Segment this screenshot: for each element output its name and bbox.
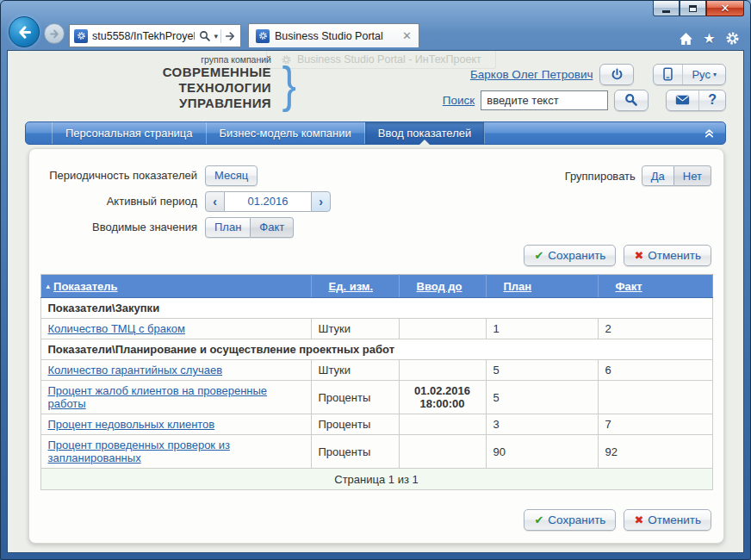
column-header-fact[interactable]: Факт — [598, 275, 712, 298]
indicator-link[interactable]: Количество ТМЦ с браком — [48, 322, 185, 335]
close-icon: ✕ — [721, 3, 730, 14]
plan-toggle-button[interactable]: План — [205, 217, 251, 238]
group-row: Показатели\Закупки — [40, 298, 712, 319]
mobile-phone-icon — [662, 67, 673, 81]
check-icon: ✔ — [534, 513, 543, 526]
plan-value[interactable]: 90 — [486, 435, 598, 469]
search-input[interactable] — [481, 90, 608, 110]
ghost-tab-label: Business Studio Portal - ИнТехПроект — [297, 53, 481, 65]
site-favicon-icon — [74, 29, 88, 43]
indicator-link[interactable]: Процент проведенных проверок из запланир… — [48, 439, 230, 464]
cancel-button-top[interactable]: ✖ Отменить — [624, 245, 711, 266]
periodicity-button[interactable]: Месяц — [205, 165, 258, 186]
periodicity-label: Периодичность показателей — [40, 169, 205, 182]
fact-value[interactable]: 6 — [598, 360, 712, 381]
table-header-row: ▴Показатель Ед. изм. Ввод до План Факт — [40, 275, 712, 298]
cross-icon: ✖ — [634, 249, 643, 262]
grouping-label: Группировать — [565, 170, 636, 183]
tab-favicon-icon — [256, 29, 270, 43]
plan-value[interactable]: 3 — [486, 414, 598, 435]
save-button-top[interactable]: ✔ Сохранить — [524, 245, 616, 266]
logo-brace: } — [282, 59, 295, 109]
table-row: Процент недовольных клиентов Проценты 3 … — [40, 414, 712, 435]
minimize-icon — [662, 10, 670, 13]
favorites-star-icon[interactable]: ★ — [702, 31, 717, 46]
table-row: Процент жалоб клиентов на проверенные ра… — [40, 381, 712, 414]
forward-button[interactable] — [44, 23, 65, 44]
search-button[interactable] — [614, 90, 649, 111]
logo-tagline: группа компаний — [40, 54, 275, 65]
address-bar[interactable]: stu5558/InTekhProyekt/ ▾ — [69, 24, 241, 47]
fact-toggle-button[interactable]: Факт — [251, 217, 294, 238]
column-header-unit[interactable]: Ед. изм. — [311, 275, 399, 298]
device-language-group: Рус ▾ — [653, 64, 726, 85]
period-next-button[interactable]: › — [311, 191, 331, 212]
cross-icon: ✖ — [634, 513, 643, 526]
indicator-link[interactable]: Процент жалоб клиентов на проверенные ра… — [48, 384, 268, 410]
language-label: Рус — [692, 68, 711, 81]
plan-value[interactable]: 5 — [486, 360, 598, 381]
language-selector[interactable]: Рус ▾ — [682, 65, 725, 84]
cancel-button-bottom[interactable]: ✖ Отменить — [624, 509, 711, 531]
back-button[interactable] — [9, 16, 40, 47]
nav-tab-indicator-entry[interactable]: Ввод показателей — [365, 122, 486, 144]
address-dropdown-icon[interactable]: ▾ — [214, 32, 218, 40]
tab-close-icon[interactable]: ✕ — [402, 30, 412, 41]
table-row: Процент проведенных проверок из запланир… — [40, 435, 712, 469]
logo-line-2: ТЕХНОЛОГИИ — [40, 80, 275, 96]
search-link[interactable]: Поиск — [443, 94, 475, 107]
active-period-label: Активный период — [40, 195, 205, 208]
mobile-version-button[interactable] — [654, 65, 682, 84]
column-header-plan[interactable]: План — [486, 275, 598, 298]
fact-value[interactable] — [598, 381, 712, 414]
column-header-indicator[interactable]: ▴Показатель — [40, 275, 311, 298]
kpi-table: ▴Показатель Ед. изм. Ввод до План Факт П… — [40, 274, 713, 490]
period-prev-button[interactable]: ‹ — [205, 191, 225, 212]
plan-value[interactable]: 5 — [486, 381, 598, 414]
fact-value[interactable]: 92 — [598, 435, 712, 469]
indicator-link[interactable]: Процент недовольных клиентов — [48, 418, 215, 431]
plan-value[interactable]: 1 — [486, 319, 598, 339]
fact-value[interactable]: 7 — [598, 414, 712, 435]
fact-value[interactable]: 2 — [598, 319, 712, 339]
window-controls: ✕ — [653, 1, 744, 16]
nav-tab-personal-page[interactable]: Персональная страница — [52, 122, 207, 144]
search-icon — [624, 93, 638, 107]
nav-tab-business-model[interactable]: Бизнес-модель компании — [207, 122, 365, 144]
grouping-no-button[interactable]: Нет — [674, 165, 711, 186]
table-row: Количество ТМЦ с браком Штуки 1 2 — [40, 319, 712, 339]
pagination-row: Страница 1 из 1 — [40, 469, 712, 490]
close-button[interactable]: ✕ — [706, 1, 744, 16]
save-button-bottom[interactable]: ✔ Сохранить — [524, 509, 616, 531]
site-header: Business Studio Portal - ИнТехПроект гру… — [8, 51, 743, 121]
help-button[interactable]: ? — [698, 90, 725, 110]
tab-title: Business Studio Portal — [275, 30, 397, 42]
address-search-icon[interactable] — [199, 30, 211, 42]
check-icon: ✔ — [534, 249, 543, 262]
ghost-tab: Business Studio Portal - ИнТехПроект — [266, 51, 496, 69]
collapse-chevron-icon[interactable] — [704, 128, 715, 139]
logout-button[interactable] — [599, 64, 634, 85]
maximize-button[interactable] — [680, 1, 706, 16]
help-label: ? — [708, 92, 717, 108]
user-name-link[interactable]: Барков Олег Петрович — [470, 68, 593, 81]
address-text[interactable]: stu5558/InTekhProyekt/ — [92, 30, 195, 42]
page: Business Studio Portal - ИнТехПроект гру… — [8, 51, 743, 552]
grouping-yes-button[interactable]: Да — [642, 165, 674, 186]
minimize-button[interactable] — [653, 1, 680, 16]
mail-button[interactable] — [667, 90, 698, 110]
browser-tab[interactable]: Business Studio Portal ✕ — [248, 23, 419, 47]
forward-arrow-icon — [49, 28, 60, 40]
main-navigation: Персональная страница Бизнес-модель комп… — [25, 121, 726, 145]
chevron-down-icon: ▾ — [713, 71, 717, 78]
go-arrow-icon[interactable] — [224, 31, 236, 41]
values-toggle: План Факт — [205, 217, 294, 238]
back-arrow-icon — [16, 24, 33, 40]
settings-gear-icon[interactable] — [725, 31, 740, 46]
indicator-link[interactable]: Количество гарантийных случаев — [48, 364, 223, 376]
home-icon[interactable] — [679, 31, 693, 46]
envelope-icon — [675, 95, 690, 105]
column-header-deadline[interactable]: Ввод до — [399, 275, 486, 298]
entered-values-label: Вводимые значения — [40, 221, 205, 233]
pagination-label: Страница 1 из 1 — [40, 469, 712, 490]
